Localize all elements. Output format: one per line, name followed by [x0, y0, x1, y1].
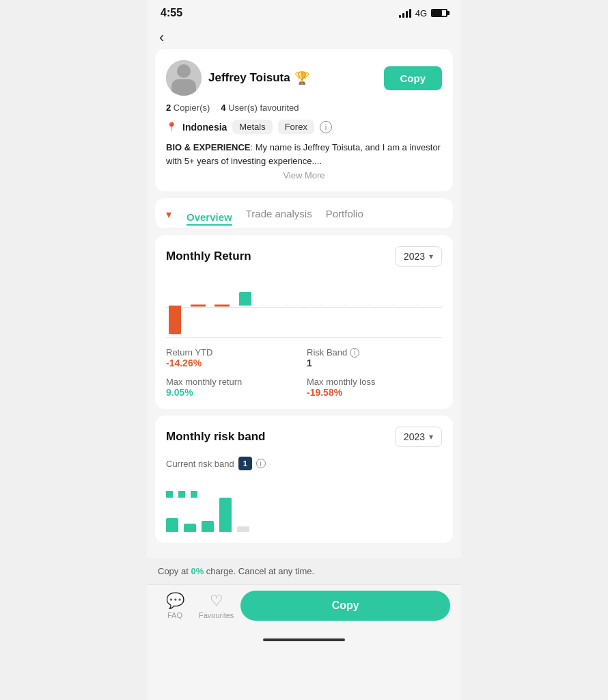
risk-dot-1 [166, 491, 173, 498]
monthly-return-card: Monthly Return 2023 ▾ [155, 235, 453, 409]
copy-main-button[interactable]: Copy [240, 591, 450, 621]
profile-info: Jeffrey Toisuta 🏆 [208, 70, 309, 85]
profile-header: Jeffrey Toisuta 🏆 Copy [166, 60, 442, 96]
bar-oct [377, 276, 395, 334]
nav-tab-faq[interactable]: 💬 FAQ [158, 592, 192, 619]
bottom-nav: 💬 FAQ ♡ Favourites Copy [147, 584, 461, 634]
main-content: Jeffrey Toisuta 🏆 Copy 2 Copier(s) 4 Use… [147, 49, 461, 558]
view-more-button[interactable]: View More [166, 170, 442, 180]
signal-bars-icon [399, 8, 411, 18]
monthly-risk-band-header: Monthly risk band 2023 ▾ [166, 427, 442, 447]
bar-neg-jan [169, 306, 181, 334]
stat-max-loss-value: -19.58% [307, 387, 442, 398]
stat-max-loss-label: Max monthly loss [307, 377, 442, 387]
bar-may [260, 276, 277, 334]
bar-nov [400, 276, 418, 334]
bar-aug [330, 276, 348, 334]
location-label: Indonesia [182, 122, 227, 133]
bar-dash-mar [215, 304, 230, 306]
charge-highlight: 0% [191, 566, 204, 576]
location-tags: 📍 Indonesia Metals Forex i [166, 120, 442, 134]
risk-bar-2 [184, 524, 196, 532]
copy-button-header[interactable]: Copy [384, 66, 443, 90]
tab-portfolio[interactable]: Portfolio [326, 208, 363, 221]
battery-icon [431, 9, 447, 17]
current-risk-band-row: Current risk band 1 i [166, 457, 442, 470]
stat-max-return-label: Max monthly return [166, 377, 301, 387]
profile-card: Jeffrey Toisuta 🏆 Copy 2 Copier(s) 4 Use… [155, 49, 453, 191]
risk-bar-4 [219, 498, 232, 532]
copiers-row: 2 Copier(s) 4 User(s) favourited [166, 103, 442, 113]
info-icon-risk-band[interactable]: i [256, 459, 266, 468]
tab-trade-analysis[interactable]: Trade analysis [246, 208, 312, 221]
faq-icon: 💬 [166, 592, 184, 610]
bar-apr [236, 276, 254, 334]
risk-bar-1 [166, 518, 178, 532]
stat-risk-band-label: Risk Band [307, 347, 347, 358]
bar-pos-apr [239, 292, 251, 306]
monthly-risk-band-title: Monthly risk band [166, 430, 265, 444]
bar-jan [166, 276, 184, 334]
stat-return-ytd-value: -14.26% [166, 358, 301, 368]
faq-label: FAQ [167, 611, 182, 619]
risk-dot-3 [191, 491, 197, 498]
bio-text: BIO & EXPERIENCE: My name is Jeffrey Toi… [166, 141, 442, 167]
stat-risk-band-value: 1 [307, 358, 442, 368]
stat-max-monthly-loss: Max monthly loss -19.58% [307, 377, 442, 398]
stat-risk-band: Risk Band i 1 [307, 347, 442, 368]
favourites-label: Favourites [199, 611, 234, 619]
tabs-row: ▾ Overview Trade analysis Portfolio [166, 208, 442, 228]
status-time: 4:55 [161, 7, 182, 19]
bar-jul [307, 276, 324, 334]
info-icon-risk[interactable]: i [350, 348, 359, 358]
bar-dash-feb [191, 304, 206, 306]
profile-name-row: Jeffrey Toisuta 🏆 [208, 70, 309, 85]
award-icon: 🏆 [294, 70, 309, 85]
back-button[interactable]: ‹ [159, 29, 164, 46]
tab-overview[interactable]: Overview [186, 211, 232, 226]
monthly-return-header: Monthly Return 2023 ▾ [166, 246, 442, 267]
risk-bars-row [166, 498, 442, 532]
risk-bar-3 [202, 521, 214, 532]
monthly-return-title: Monthly Return [166, 250, 251, 263]
tabs-section: ▾ Overview Trade analysis Portfolio [155, 198, 453, 228]
year-dropdown-risk[interactable]: 2023 ▾ [395, 427, 442, 447]
risk-dots-row [166, 491, 197, 498]
home-indicator [263, 638, 345, 641]
bar-dec [424, 276, 442, 334]
bar-sep [354, 276, 372, 334]
profile-name: Jeffrey Toisuta [208, 71, 290, 85]
bar-mar [213, 276, 231, 334]
info-icon-tags[interactable]: i [320, 121, 332, 133]
avatar [166, 60, 202, 96]
copiers-count: 2 Copier(s) [166, 103, 210, 113]
tag-forex[interactable]: Forex [278, 120, 314, 134]
risk-dot-2 [178, 491, 185, 498]
dropdown-arrow-icon: ▾ [429, 252, 433, 261]
favourited-count: 4 User(s) favourited [221, 103, 299, 113]
location-icon: 📍 [166, 122, 177, 132]
nav-tab-favourites[interactable]: ♡ Favourites [199, 592, 234, 619]
tag-metals[interactable]: Metals [232, 120, 272, 134]
status-icons: 4G [399, 8, 447, 18]
stat-max-return-value: 9.05% [166, 387, 301, 398]
stat-max-monthly-return: Max monthly return 9.05% [166, 377, 301, 398]
current-risk-band-label: Current risk band [166, 459, 234, 469]
dropdown-arrow-risk-icon: ▾ [429, 432, 433, 442]
risk-bar-chart [166, 477, 442, 532]
stat-return-ytd-label: Return YTD [166, 347, 301, 358]
risk-bar-5 [237, 526, 249, 532]
monthly-risk-band-card: Monthly risk band 2023 ▾ Current risk ba… [155, 416, 453, 543]
risk-band-shield-icon: 1 [238, 457, 252, 470]
year-dropdown-return[interactable]: 2023 ▾ [395, 246, 442, 267]
stats-grid: Return YTD -14.26% Risk Band i 1 Max mon… [166, 347, 442, 398]
bottom-banner: Copy at 0% charge. Cancel at any time. [147, 558, 461, 584]
network-label: 4G [415, 8, 427, 18]
monthly-return-chart [166, 276, 442, 338]
stat-return-ytd: Return YTD -14.26% [166, 347, 301, 368]
bar-feb [189, 276, 207, 334]
heart-icon: ♡ [210, 592, 223, 610]
bar-jun [284, 276, 301, 334]
status-bar: 4:55 4G [147, 0, 461, 23]
profile-left: Jeffrey Toisuta 🏆 [166, 60, 309, 96]
